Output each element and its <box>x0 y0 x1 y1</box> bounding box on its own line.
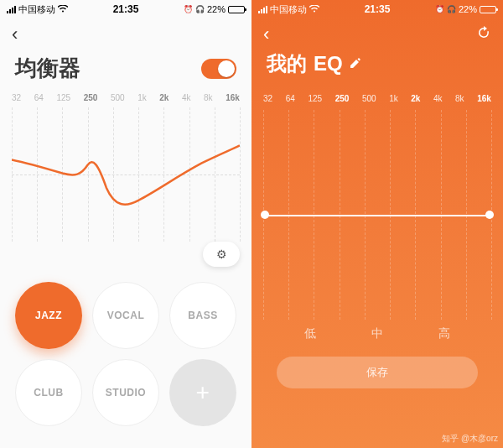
back-button[interactable]: ‹ <box>263 23 269 45</box>
preset-grid: JAZZVOCALBASSCLUBSTUDIO+ <box>0 270 252 438</box>
range-label[interactable]: 高 <box>438 326 450 341</box>
carrier-label: 中国移动 <box>18 3 55 16</box>
preset-jazz[interactable]: JAZZ <box>15 282 82 349</box>
gear-icon: ⚙ <box>216 247 227 261</box>
reset-button[interactable] <box>476 25 491 44</box>
eq-handle-left[interactable] <box>261 211 269 219</box>
frequency-labels: 32641252505001k2k4k8k16k <box>252 94 503 103</box>
headphone-icon: 🎧 <box>195 5 205 13</box>
freq-label: 500 <box>362 94 376 103</box>
back-button[interactable]: ‹ <box>12 23 18 45</box>
freq-label: 16k <box>226 93 240 102</box>
page-title: 均衡器 <box>15 54 80 83</box>
preset-bass[interactable]: BASS <box>169 282 236 349</box>
clock: 21:35 <box>365 3 391 15</box>
freq-label: 32 <box>12 93 21 102</box>
preset-studio[interactable]: STUDIO <box>92 359 159 426</box>
freq-label: 16k <box>477 94 491 103</box>
alarm-icon: ⏰ <box>435 5 444 13</box>
screen-equalizer-presets: 中国移动 21:35 ⏰ 🎧 22% ‹ 均衡器 32641252505001k… <box>0 0 252 448</box>
range-label[interactable]: 低 <box>304 326 316 341</box>
save-button[interactable]: 保存 <box>277 357 478 388</box>
battery-pct: 22% <box>207 4 226 14</box>
freq-label: 125 <box>56 93 70 102</box>
watermark: 知乎 @木彦orz <box>442 433 498 445</box>
wifi-icon <box>309 4 319 14</box>
eq-editor[interactable] <box>263 110 491 320</box>
eq-chart[interactable] <box>12 107 240 242</box>
freq-label: 125 <box>308 94 322 103</box>
status-bar: 中国移动 21:35 ⏰ 🎧 22% <box>0 0 252 17</box>
frequency-labels: 32641252505001k2k4k8k16k <box>0 93 252 102</box>
add-preset-button[interactable]: + <box>169 359 236 426</box>
clock: 21:35 <box>113 3 139 15</box>
freq-label: 8k <box>204 93 213 102</box>
freq-label: 250 <box>335 94 350 103</box>
status-bar: 中国移动 21:35 ⏰ 🎧 22% <box>252 0 503 17</box>
freq-label: 1k <box>389 94 398 103</box>
preset-club[interactable]: CLUB <box>15 359 82 426</box>
page-title: 我的 EQ <box>267 50 361 84</box>
freq-label: 64 <box>34 93 44 102</box>
freq-label: 2k <box>411 94 420 103</box>
freq-label: 4k <box>433 94 443 103</box>
eq-toggle[interactable] <box>201 59 236 79</box>
freq-label: 8k <box>455 94 464 103</box>
freq-label: 64 <box>286 94 295 103</box>
eq-line[interactable] <box>263 215 491 216</box>
freq-label: 1k <box>137 93 147 102</box>
battery-pct: 22% <box>459 4 477 14</box>
carrier-label: 中国移动 <box>270 3 307 16</box>
headphone-icon: 🎧 <box>447 5 456 13</box>
edit-title-button[interactable] <box>350 57 361 71</box>
preset-vocal[interactable]: VOCAL <box>92 282 159 349</box>
freq-label: 4k <box>182 93 191 102</box>
signal-icon <box>7 6 16 13</box>
freq-label: 32 <box>263 94 272 103</box>
freq-label: 250 <box>84 93 98 102</box>
freq-label: 2k <box>159 93 169 102</box>
eq-curve-jazz <box>12 107 240 242</box>
battery-icon <box>480 6 496 13</box>
wifi-icon <box>58 4 68 14</box>
screen-custom-eq: 中国移动 21:35 ⏰ 🎧 22% ‹ 我的 EQ <box>252 0 503 448</box>
eq-handle-right[interactable] <box>485 211 494 219</box>
signal-icon <box>258 6 267 13</box>
alarm-icon: ⏰ <box>184 5 193 13</box>
settings-button[interactable]: ⚙ <box>203 242 240 267</box>
range-labels: 低中高 <box>252 320 503 348</box>
range-label[interactable]: 中 <box>371 326 383 341</box>
battery-icon <box>228 6 245 13</box>
freq-label: 500 <box>111 93 125 102</box>
